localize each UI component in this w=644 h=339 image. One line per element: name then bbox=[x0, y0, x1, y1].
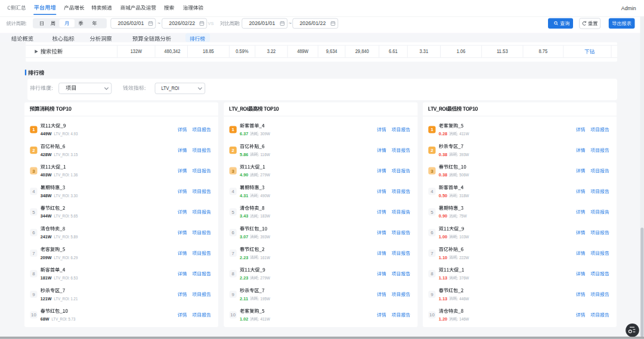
svg-text:411W: 411W bbox=[459, 132, 469, 136]
svg-text:428W: 428W bbox=[41, 152, 52, 157]
svg-text:2026/02/22: 2026/02/22 bbox=[169, 20, 195, 26]
svg-text:2: 2 bbox=[431, 148, 434, 153]
svg-text:7: 7 bbox=[232, 251, 234, 256]
svg-text:7: 7 bbox=[32, 251, 35, 256]
svg-text:8: 8 bbox=[232, 271, 234, 276]
svg-text:480,342: 480,342 bbox=[164, 49, 180, 54]
svg-text:9: 9 bbox=[431, 292, 433, 297]
svg-text:146W: 146W bbox=[459, 317, 469, 321]
svg-text:132W: 132W bbox=[131, 49, 142, 54]
svg-text:1.13: 1.13 bbox=[439, 296, 448, 301]
svg-text:393W: 393W bbox=[459, 153, 469, 157]
svg-text:LTV_ROI: 3.30: LTV_ROI: 3.30 bbox=[54, 194, 78, 198]
svg-text:6: 6 bbox=[232, 230, 234, 235]
svg-text:4.90: 4.90 bbox=[240, 172, 249, 178]
svg-text:6.61: 6.61 bbox=[389, 49, 398, 54]
svg-text:344W: 344W bbox=[41, 213, 52, 219]
svg-text:1.10: 1.10 bbox=[439, 255, 448, 260]
svg-text:222W: 222W bbox=[459, 256, 469, 260]
svg-text:6: 6 bbox=[431, 230, 433, 235]
svg-text:4: 4 bbox=[32, 189, 35, 194]
svg-text:LTV_ROI: 6.29: LTV_ROI: 6.29 bbox=[54, 256, 78, 260]
svg-text:3.43: 3.43 bbox=[240, 213, 249, 219]
svg-text:9: 9 bbox=[232, 292, 234, 297]
svg-text:318W: 318W bbox=[459, 194, 469, 198]
svg-text:LTV_ROI: LTV_ROI bbox=[161, 85, 179, 91]
svg-text:~: ~ bbox=[157, 20, 160, 26]
svg-text:490W: 490W bbox=[261, 194, 271, 198]
svg-text:9,634: 9,634 bbox=[326, 49, 338, 54]
svg-text:8: 8 bbox=[431, 271, 433, 276]
svg-text:1.13: 1.13 bbox=[439, 275, 448, 281]
svg-text:2026/02/01: 2026/02/01 bbox=[117, 20, 144, 26]
svg-text:116W: 116W bbox=[261, 153, 271, 157]
svg-text:2: 2 bbox=[231, 148, 234, 153]
svg-text:376W: 376W bbox=[459, 276, 469, 280]
svg-text:2: 2 bbox=[32, 148, 35, 153]
svg-text:1: 1 bbox=[231, 127, 234, 132]
svg-text:9: 9 bbox=[32, 292, 35, 297]
svg-text:6: 6 bbox=[32, 230, 35, 235]
svg-text:1: 1 bbox=[32, 127, 35, 132]
svg-text:75W: 75W bbox=[459, 214, 467, 218]
svg-text:LTV_ROI: 5.73: LTV_ROI: 5.73 bbox=[52, 317, 76, 322]
svg-text:0.59%: 0.59% bbox=[236, 49, 248, 54]
svg-text:4.31: 4.31 bbox=[240, 193, 249, 198]
svg-text:5: 5 bbox=[232, 210, 235, 215]
svg-text:3: 3 bbox=[32, 169, 35, 174]
svg-text:446W: 446W bbox=[459, 297, 469, 301]
svg-text:LTV_ROI: 1.36: LTV_ROI: 1.36 bbox=[54, 173, 78, 178]
svg-text:393W: 393W bbox=[261, 235, 271, 239]
svg-text:0.90: 0.90 bbox=[439, 213, 448, 219]
svg-text:195W: 195W bbox=[261, 297, 271, 301]
svg-text:121W: 121W bbox=[41, 296, 52, 301]
svg-text:7: 7 bbox=[431, 251, 433, 256]
svg-text:8: 8 bbox=[32, 271, 35, 276]
svg-text:10: 10 bbox=[230, 312, 236, 318]
svg-text:3.07: 3.07 bbox=[240, 234, 249, 240]
svg-text:LTV_ROI: 5.89: LTV_ROI: 5.89 bbox=[54, 235, 78, 240]
svg-text:161W: 161W bbox=[261, 256, 271, 260]
svg-text:2.23: 2.23 bbox=[240, 275, 249, 281]
svg-text:5: 5 bbox=[32, 210, 35, 215]
svg-text:279W: 279W bbox=[261, 276, 271, 280]
svg-text:2.11: 2.11 bbox=[240, 296, 249, 301]
svg-text:1.06: 1.06 bbox=[457, 49, 466, 54]
svg-text:0.38: 0.38 bbox=[439, 152, 448, 157]
svg-text:241W: 241W bbox=[41, 234, 52, 240]
svg-text:181W: 181W bbox=[41, 275, 52, 281]
svg-text:403W: 403W bbox=[41, 172, 52, 178]
svg-text:0.50: 0.50 bbox=[439, 193, 448, 198]
svg-text:4: 4 bbox=[232, 189, 235, 194]
svg-text:10: 10 bbox=[429, 312, 435, 318]
svg-text:1.02: 1.02 bbox=[240, 316, 249, 322]
svg-text:2.23: 2.23 bbox=[240, 255, 249, 260]
svg-text:183W: 183W bbox=[261, 214, 271, 218]
svg-text:LTV_ROI: 4.93: LTV_ROI: 4.93 bbox=[54, 132, 78, 136]
svg-text:4: 4 bbox=[431, 189, 434, 194]
svg-text:5.86: 5.86 bbox=[240, 152, 249, 157]
svg-text:3.31: 3.31 bbox=[420, 49, 429, 54]
svg-text:1.00: 1.00 bbox=[439, 234, 448, 240]
svg-text:209W: 209W bbox=[41, 255, 52, 260]
svg-text:10: 10 bbox=[31, 312, 36, 318]
svg-text:0.28: 0.28 bbox=[439, 131, 448, 136]
svg-text:5: 5 bbox=[431, 210, 434, 215]
svg-text:LTV_ROI: 3.15: LTV_ROI: 3.15 bbox=[54, 153, 78, 157]
svg-text:LTV_ROI: 6.53: LTV_ROI: 6.53 bbox=[54, 276, 78, 281]
svg-text:0.38: 0.38 bbox=[439, 172, 448, 178]
svg-text:2026/01/22: 2026/01/22 bbox=[299, 20, 326, 26]
svg-text:411W: 411W bbox=[261, 317, 271, 321]
svg-text:3.22: 3.22 bbox=[267, 49, 276, 54]
svg-text:103W: 103W bbox=[459, 235, 469, 239]
svg-text:279W: 279W bbox=[261, 173, 271, 177]
svg-text:6.37: 6.37 bbox=[240, 131, 249, 136]
svg-text:489W: 489W bbox=[297, 49, 308, 54]
svg-text:LTV_ROI: 5.65: LTV_ROI: 5.65 bbox=[54, 214, 78, 219]
svg-text:3: 3 bbox=[231, 169, 234, 174]
svg-text:1.20: 1.20 bbox=[439, 316, 448, 322]
svg-text:VS: VS bbox=[208, 21, 213, 26]
svg-text:Admin: Admin bbox=[621, 5, 636, 11]
svg-text:348W: 348W bbox=[41, 193, 52, 198]
svg-text:LTV_ROI: 1.21: LTV_ROI: 1.21 bbox=[54, 297, 78, 301]
